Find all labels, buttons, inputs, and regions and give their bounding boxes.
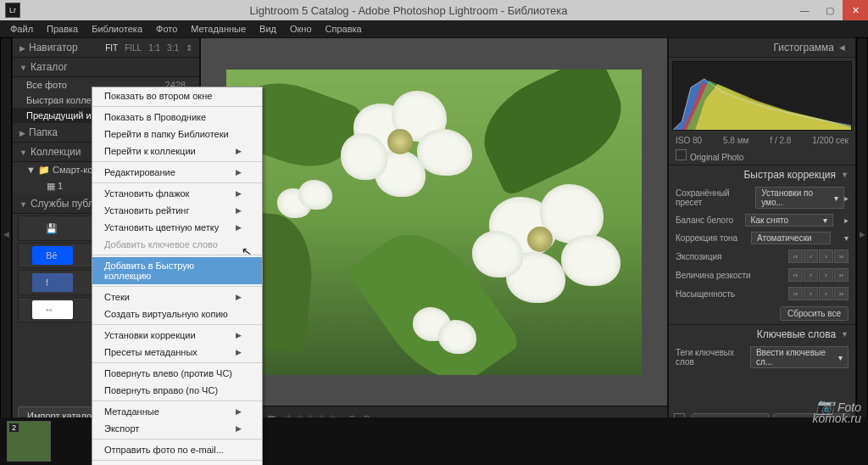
menu-item[interactable]: Повернуть вправо (по ЧС) [92,382,262,399]
navigator-header[interactable]: ▶Навигатор FITFILL1:13:1⇕ [13,38,199,58]
saturation-adjust[interactable]: ‹‹‹››› [788,287,849,300]
exposure-row: Экспозиция ‹‹‹››› [669,247,855,266]
right-edge-grip[interactable]: ▶ [856,37,868,431]
menu-item[interactable]: Метаданные▶ [92,403,262,420]
menu-item[interactable]: Показать в Проводнике [92,109,262,126]
submenu-arrow-icon: ▶ [236,206,242,215]
aperture-value: f / 2.8 [770,136,791,145]
saturation-row: Насыщенность ‹‹‹››› [669,284,855,303]
fb-icon: f [32,273,73,292]
fit-fill[interactable]: FILL [125,43,142,53]
clarity-label: Величина резкости [676,271,751,280]
disclosure-icon[interactable]: ▾ [844,233,849,243]
quick-develop-header[interactable]: Быстрая коррекция▼ [669,165,855,184]
expand-icon: ▼ [841,330,849,339]
collapse-icon: ◀ [839,43,845,52]
menu-item[interactable]: Перейти в папку Библиотеки [92,126,262,143]
be-icon: Bē [32,246,73,265]
saturation-label: Насыщенность [676,289,735,299]
fit-1:1[interactable]: 1:1 [148,43,160,53]
submenu-arrow-icon: ▶ [236,424,242,433]
menu-item: Добавить ключевое слово [92,236,262,253]
histogram-svg [673,62,851,130]
menu-item[interactable]: Создать виртуальную копию [92,305,262,322]
keyword-tags-row: Теги ключевых слов Ввести ключевые сл...… [669,344,855,371]
submenu-arrow-icon: ▶ [236,348,242,356]
stack-count-badge: 2 [9,423,19,432]
menu-item[interactable]: Показать во втором окне [92,87,262,104]
photo-context-menu: Показать во втором окнеПоказать в Провод… [92,87,263,465]
menu-item[interactable]: Редактирование▶ [92,164,262,181]
watermark: 📷 Foto komok.ru [812,401,861,424]
menu-item[interactable]: Установки коррекции▶ [92,327,262,344]
collapse-icon: ▶ [19,44,25,53]
fit-fit[interactable]: FIT [105,43,118,53]
exposure-adjust[interactable]: ‹‹‹››› [788,249,849,263]
submenu-arrow-icon: ▶ [236,168,242,176]
center-panel: ▦ ▣ | ▭ ≡≡ ▦ ★★★★★ ↶ ↷ [200,37,668,431]
maximize-button[interactable]: ▢ [817,0,843,20]
menu-метаданные[interactable]: Метаданные [186,24,251,34]
menu-item[interactable]: Добавить в Быструю коллекцию [92,257,262,284]
wb-label: Баланс белого [676,216,733,225]
menu-item[interactable]: Установить флажок▶ [92,185,262,202]
menu-item[interactable]: Установить цветную метку▶ [92,219,262,236]
submenu-arrow-icon: ▶ [236,189,242,198]
tone-row: Коррекция тона Атоматически ▾ [669,229,855,247]
menu-item[interactable]: Перейти к коллекции▶ [92,143,262,160]
preset-row: Сохранённый пресет Установки по умо...▾ … [669,184,855,211]
shutter-value: 1/200 сек [812,136,849,145]
preset-select[interactable]: Установки по умо...▾ [755,187,844,209]
wb-select[interactable]: Как снято▾ [745,214,833,227]
menu-библиотека[interactable]: Библиотека [86,24,147,34]
collections-label: Коллекции [31,146,81,158]
hd-icon: 💾 [32,219,73,238]
folders-label: Папка [29,126,58,138]
menu-справка[interactable]: Справка [320,24,367,34]
focal-value: 5.8 мм [723,136,748,145]
close-button[interactable]: ✕ [843,0,868,20]
fit-3:1[interactable]: 3:1 [167,43,179,53]
menu-item[interactable]: Экспорт▶ [92,420,262,437]
histogram[interactable] [672,61,852,131]
reset-all-button[interactable]: Сбросить все [780,306,849,321]
menu-вид[interactable]: Вид [254,24,281,34]
fl-icon: •• [32,300,73,319]
dropdown-icon: ▾ [834,193,838,203]
clarity-adjust[interactable]: ‹‹‹››› [788,268,849,282]
menu-item[interactable]: Стеки▶ [92,289,262,305]
image-viewer[interactable] [201,38,667,406]
menu-фото[interactable]: Фото [151,24,182,34]
menu-item[interactable]: Пресеты метаданных▶ [92,344,262,361]
menu-правка[interactable]: Правка [42,24,83,34]
disclosure-icon[interactable]: ▸ [844,193,849,203]
navigator-label: Навигатор [29,42,78,53]
dropdown-icon: ▾ [838,353,843,362]
thumbnail[interactable]: 2 [7,421,51,462]
histogram-header[interactable]: Гистограмма◀ [669,38,855,58]
checkbox[interactable] [676,149,687,160]
catalog-header[interactable]: ▼Каталог [13,58,199,77]
dropdown-icon: ▾ [823,216,827,225]
menu-bar: ФайлПравкаБиблиотекаФотоМетаданныеВидОкн… [0,20,868,37]
menu-item[interactable]: Отправить фото по e-mail... [92,441,262,458]
left-edge-grip[interactable]: ◀ [0,37,12,431]
menu-item[interactable]: Повернуть влево (против ЧС) [92,365,262,382]
expand-icon: ▼ [19,64,27,72]
menu-окно[interactable]: Окно [285,24,317,34]
keyword-entry-select[interactable]: Ввести ключевые сл...▾ [750,346,849,368]
minimize-button[interactable]: — [792,0,817,20]
disclosure-icon[interactable]: ▸ [844,216,849,225]
tone-auto-button[interactable]: Атоматически [751,232,831,244]
menu-файл[interactable]: Файл [5,24,38,34]
white-balance-row: Баланс белого Как снято▾ ▸ [669,211,855,229]
window-buttons: — ▢ ✕ [792,0,868,20]
submenu-arrow-icon: ▶ [236,223,242,232]
fit-more-icon[interactable]: ⇕ [186,43,192,53]
submenu-arrow-icon: ▶ [236,331,242,339]
menu-item[interactable]: Установить рейтинг▶ [92,202,262,219]
keywords-header[interactable]: Ключевые слова▼ [669,324,855,344]
title-bar: Lr Lightroom 5 Catalog - Adobe Photoshop… [0,0,868,20]
fit-modes[interactable]: FITFILL1:13:1⇕ [105,43,192,53]
histogram-label: Гистограмма [774,42,834,53]
